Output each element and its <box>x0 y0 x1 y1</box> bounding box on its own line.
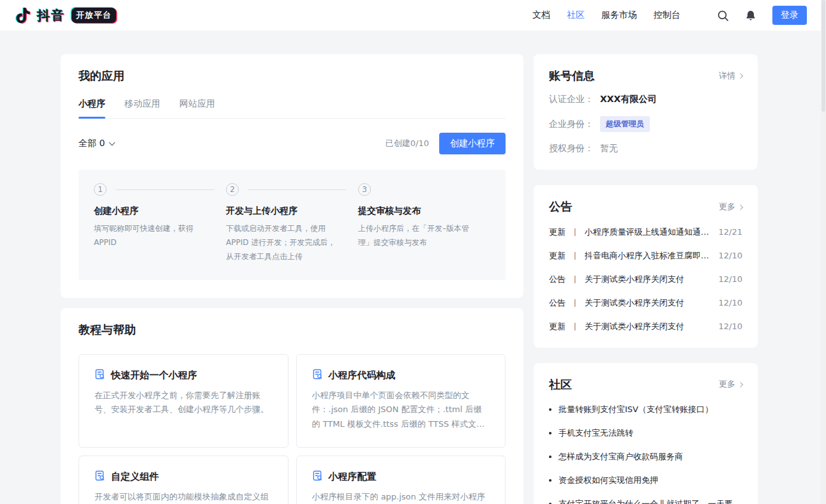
announcements-more-label: 更多 <box>719 201 735 212</box>
announcement-tag: 公告 <box>549 274 566 285</box>
step-number-badge: 3 <box>358 183 371 196</box>
community-item-text: 怎样成为支付宝商户收款码服务商 <box>559 451 683 463</box>
create-mini-program-button[interactable]: 创建小程序 <box>439 133 506 154</box>
app-filter-row: 全部 0 已创建0/10 创建小程序 <box>79 133 506 154</box>
authorized-role-value: 暂无 <box>600 143 618 154</box>
announcement-item[interactable]: 更新 ｜ 关于测试类小程序关闭支付 12/10 <box>549 321 742 332</box>
community-item[interactable]: 批量转账到支付宝ISV（支付宝转账接口） <box>549 404 742 415</box>
tab-mini-program[interactable]: 小程序 <box>79 98 105 118</box>
step-title: 创建小程序 <box>94 205 226 217</box>
filter-all-label: 全部 0 <box>79 138 105 149</box>
step-description: 上传小程序后，在「开发–版本管理」提交审核与发布 <box>358 222 490 249</box>
community-item[interactable]: 怎样成为支付宝商户收款码服务商 <box>549 451 742 463</box>
tab-mobile-app[interactable]: 移动应用 <box>124 98 160 118</box>
account-row-certified-company: 认证企业： XXX有限公司 <box>549 94 742 105</box>
account-detail-label: 详情 <box>719 70 735 82</box>
announcement-date: 12/10 <box>719 274 742 284</box>
notification-bell-icon[interactable] <box>744 9 757 22</box>
tutorials-title: 教程与帮助 <box>79 322 506 337</box>
bullet-icon <box>549 479 552 482</box>
nav-item-docs[interactable]: 文档 <box>532 10 550 21</box>
filter-all-dropdown[interactable]: 全部 0 <box>79 138 114 149</box>
login-button[interactable]: 登录 <box>772 6 807 25</box>
announcement-date: 12/10 <box>719 298 742 308</box>
community-item[interactable]: 支付宝开放平台为什么一会儿就过期了，一天要... <box>549 498 742 504</box>
scrollbar-thumb[interactable] <box>822 0 825 112</box>
brand-logo[interactable]: 抖音 开放平台 <box>15 7 116 24</box>
app-type-tabs: 小程序 移动应用 网站应用 <box>79 98 506 119</box>
step-description: 填写昵称即可快速创建，获得 APPID <box>94 222 226 249</box>
document-search-icon <box>94 470 105 484</box>
document-search-icon <box>94 369 105 382</box>
step-connector-line <box>248 189 347 190</box>
step-submit-release: 3 提交审核与发布 上传小程序后，在「开发–版本管理」提交审核与发布 <box>358 183 490 263</box>
announcement-divider: ｜ <box>571 250 579 261</box>
nav-item-service-market[interactable]: 服务市场 <box>601 10 637 21</box>
right-column: 账号信息 详情 认证企业： XXX有限公司 企业身份： 超级管理员 授权身份： … <box>534 54 758 504</box>
super-admin-badge: 超级管理员 <box>600 116 650 132</box>
announcement-tag: 更新 <box>549 321 566 332</box>
account-row-label: 认证企业： <box>549 94 594 105</box>
tutorial-description: 在正式开发小程序之前，你需要先了解注册账号、安装开发者工具、创建小程序等几个步骤… <box>94 389 273 418</box>
community-item[interactable]: 资金授权如何实现信用免押 <box>549 475 742 486</box>
step-title: 开发与上传小程序 <box>226 205 358 217</box>
onboarding-steps: 1 创建小程序 填写昵称即可快速创建，获得 APPID 2 开发与上传小程序 下… <box>79 170 506 280</box>
community-item-text: 批量转账到支付宝ISV（支付宝转账接口） <box>559 404 713 415</box>
nav-item-console[interactable]: 控制台 <box>654 10 680 21</box>
announcement-date: 12/10 <box>719 251 742 260</box>
account-info-card: 账号信息 详情 认证企业： XXX有限公司 企业身份： 超级管理员 授权身份： … <box>534 54 758 170</box>
open-platform-badge: 开放平台 <box>71 8 116 23</box>
tutorial-quick-start[interactable]: 快速开始一个小程序 在正式开发小程序之前，你需要先了解注册账号、安装开发者工具、… <box>79 354 289 448</box>
community-title: 社区 <box>549 377 572 392</box>
account-row-company-role: 企业身份： 超级管理员 <box>549 116 742 132</box>
community-card: 社区 更多 批量转账到支付宝ISV（支付宝转账接口） 手机支付宝无法跳转 怎样 <box>534 363 758 504</box>
my-apps-card: 我的应用 小程序 移动应用 网站应用 全部 0 已创建0/10 创建小程序 1 <box>61 54 523 298</box>
tutorial-title: 自定义组件 <box>111 471 159 483</box>
chevron-right-icon <box>738 204 743 209</box>
announcement-text: 小程序质量评级上线通知通知通知... <box>585 226 711 238</box>
announcements-more-link[interactable]: 更多 <box>719 201 742 212</box>
announcement-text: 关于测试类小程序关闭支付 <box>585 321 711 332</box>
account-row-label: 企业身份： <box>549 119 594 130</box>
community-list: 批量转账到支付宝ISV（支付宝转账接口） 手机支付宝无法跳转 怎样成为支付宝商户… <box>549 404 742 504</box>
chevron-right-icon <box>738 382 743 387</box>
brand-name: 抖音 <box>37 7 65 24</box>
announcement-item[interactable]: 更新 ｜ 抖音电商小程序入驻标准豆腐即可... 12/10 <box>549 250 742 262</box>
tutorial-title: 小程序代码构成 <box>329 369 396 382</box>
announcement-divider: ｜ <box>571 226 579 237</box>
announcement-text: 关于测试类小程序关闭支付 <box>585 297 711 309</box>
scrollbar[interactable] <box>821 0 826 504</box>
step-create: 1 创建小程序 填写昵称即可快速创建，获得 APPID <box>94 183 226 263</box>
community-item[interactable]: 手机支付宝无法跳转 <box>549 427 742 439</box>
announcement-text: 关于测试类小程序关闭支付 <box>585 274 711 285</box>
community-more-link[interactable]: 更多 <box>719 378 742 390</box>
tutorial-code-structure[interactable]: 小程序代码构成 小程序项目中单个页面会依赖不同类型的文件：.json 后缀的 J… <box>296 354 506 448</box>
top-navigation-bar: 抖音 开放平台 文档 社区 服务市场 控制台 登录 <box>0 0 826 31</box>
account-detail-link[interactable]: 详情 <box>719 70 742 82</box>
announcement-tag: 公告 <box>549 297 566 309</box>
announcements-title: 公告 <box>549 199 572 214</box>
announcement-divider: ｜ <box>571 297 579 308</box>
announcement-date: 12/10 <box>719 322 742 331</box>
created-count: 已创建0/10 <box>386 138 429 149</box>
account-info-title: 账号信息 <box>549 68 595 83</box>
bullet-icon <box>549 408 552 411</box>
document-search-icon <box>312 369 323 382</box>
my-apps-title: 我的应用 <box>79 68 506 83</box>
step-number-badge: 2 <box>226 183 239 196</box>
tutorial-custom-components[interactable]: 自定义组件 开发者可以将页面内的功能模块抽象成自定义组件，以便在不同的页面中重复… <box>79 456 289 504</box>
announcement-item[interactable]: 公告 ｜ 关于测试类小程序关闭支付 12/10 <box>549 274 742 285</box>
tutorials-grid: 快速开始一个小程序 在正式开发小程序之前，你需要先了解注册账号、安装开发者工具、… <box>79 354 506 504</box>
step-title: 提交审核与发布 <box>358 205 490 217</box>
tutorial-configuration[interactable]: 小程序配置 小程序根目录下的 app.json 文件用来对小程序进行全局配置，决… <box>296 456 506 504</box>
announcement-tag: 更新 <box>549 226 566 238</box>
announcements-card: 公告 更多 更新 ｜ 小程序质量评级上线通知通知通知... 12/21 更新 ｜… <box>534 185 758 347</box>
community-item-text: 手机支付宝无法跳转 <box>559 427 633 439</box>
announcement-divider: ｜ <box>571 321 579 332</box>
search-icon[interactable] <box>716 9 729 22</box>
announcement-item[interactable]: 公告 ｜ 关于测试类小程序关闭支付 12/10 <box>549 297 742 309</box>
nav-item-community[interactable]: 社区 <box>567 10 585 21</box>
announcement-item[interactable]: 更新 ｜ 小程序质量评级上线通知通知通知... 12/21 <box>549 226 742 238</box>
announcement-tag: 更新 <box>549 250 566 262</box>
tab-website-app[interactable]: 网站应用 <box>179 98 215 118</box>
